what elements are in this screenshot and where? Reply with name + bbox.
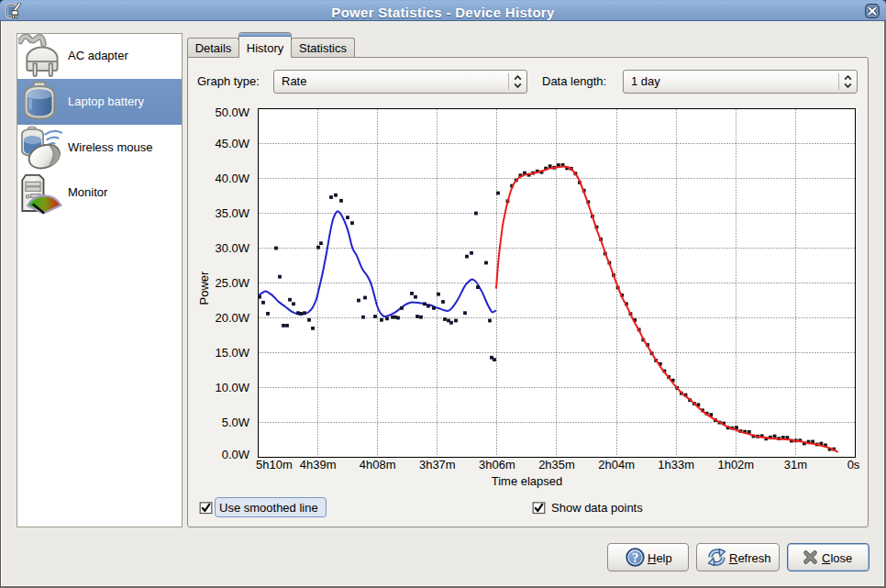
svg-text:25.0W: 25.0W — [215, 276, 249, 290]
svg-text:35.0W: 35.0W — [215, 206, 249, 220]
svg-text:31m: 31m — [784, 458, 807, 472]
svg-text:4h39m: 4h39m — [300, 458, 337, 472]
svg-text:2h04m: 2h04m — [598, 458, 635, 472]
svg-text:3h37m: 3h37m — [419, 458, 456, 472]
svg-text:4h08m: 4h08m — [360, 458, 396, 472]
svg-text:Time elapsed: Time elapsed — [492, 474, 563, 488]
svg-text:5h10m: 5h10m — [256, 458, 293, 472]
svg-text:45.0W: 45.0W — [215, 137, 249, 150]
svg-text:1h33m: 1h33m — [658, 458, 694, 472]
svg-text:5.0W: 5.0W — [222, 416, 250, 429]
svg-text:2h35m: 2h35m — [538, 458, 575, 472]
svg-text:1h02m: 1h02m — [717, 458, 754, 472]
svg-text:Power: Power — [197, 271, 211, 305]
svg-text:Show data points: Show data points — [551, 501, 643, 515]
svg-text:Use smoothed line: Use smoothed line — [219, 501, 318, 515]
svg-text:15.0W: 15.0W — [215, 346, 249, 360]
svg-text:20.0W: 20.0W — [215, 311, 249, 325]
svg-text:50.0W: 50.0W — [215, 105, 249, 119]
svg-text:?: ? — [632, 550, 638, 565]
svg-text:10.0W: 10.0W — [215, 381, 249, 394]
svg-text:40.0W: 40.0W — [215, 172, 249, 185]
svg-text:30.0W: 30.0W — [215, 241, 249, 255]
svg-text:3h06m: 3h06m — [479, 458, 515, 472]
svg-text:0.0W: 0.0W — [222, 448, 250, 461]
svg-text:0s: 0s — [847, 458, 860, 472]
